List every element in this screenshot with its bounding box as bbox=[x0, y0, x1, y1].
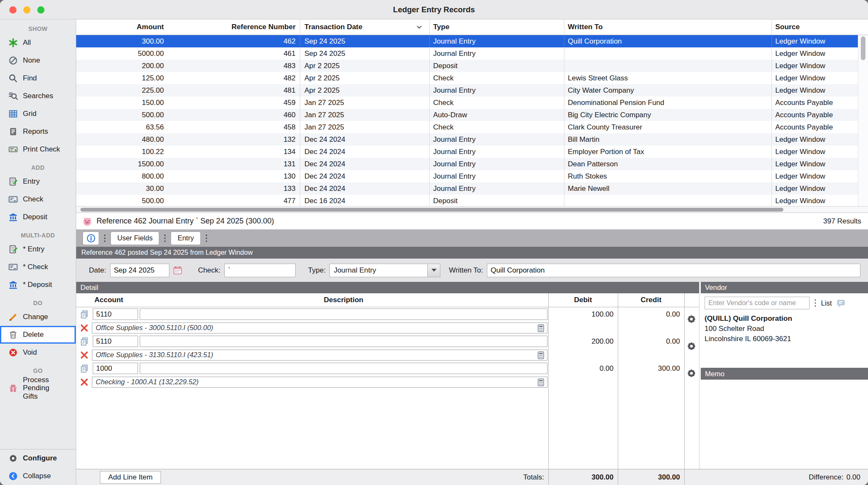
add-line-item-button[interactable]: Add Line Item bbox=[100, 471, 161, 484]
account-cell: 5110 bbox=[92, 336, 139, 347]
table-row[interactable]: 300.00462Sep 24 2025Journal EntryQuill C… bbox=[76, 35, 858, 47]
tab-menu-dots-icon[interactable] bbox=[163, 233, 167, 243]
debit-cell[interactable]: 100.00 bbox=[548, 310, 618, 319]
written-to-input[interactable] bbox=[487, 264, 860, 277]
tab-entry[interactable]: Entry bbox=[171, 232, 200, 245]
account-field[interactable]: 5110 bbox=[93, 309, 138, 320]
table-row[interactable]: 30.00133Dec 24 2024Journal EntryMarie Ne… bbox=[76, 182, 858, 195]
cell-source: Ledger Window bbox=[771, 47, 858, 60]
sidebar-item-void[interactable]: Void bbox=[0, 344, 76, 361]
delete-line-x-icon[interactable] bbox=[79, 350, 89, 360]
table-row[interactable]: 800.00130Dec 24 2024Journal EntryRuth St… bbox=[76, 170, 858, 182]
tab-menu-dots-icon[interactable] bbox=[205, 233, 208, 243]
search-icon bbox=[8, 73, 18, 83]
credit-cell[interactable]: 0.00 bbox=[618, 337, 684, 346]
close-window-button[interactable] bbox=[9, 6, 17, 14]
vendor-search-input[interactable] bbox=[705, 297, 810, 309]
type-dropdown[interactable]: Journal Entry bbox=[329, 264, 440, 277]
description-field[interactable] bbox=[140, 336, 547, 347]
description-field[interactable] bbox=[140, 309, 547, 320]
sidebar-item-change[interactable]: Change bbox=[0, 308, 76, 326]
table-row[interactable]: 225.00481Apr 2 2025Journal EntryCity Wat… bbox=[76, 84, 858, 96]
credit-cell[interactable]: 0.00 bbox=[618, 310, 684, 319]
line-settings-gear-icon[interactable] bbox=[686, 368, 697, 379]
calculator-icon[interactable] bbox=[536, 378, 546, 387]
tab-user-fields[interactable]: User Fields bbox=[111, 232, 159, 245]
sidebar-item-deposit[interactable]: Deposit bbox=[0, 208, 76, 226]
delete-line-x-icon[interactable] bbox=[79, 377, 89, 387]
table-row[interactable]: 150.00459Jan 27 2025CheckDenominational … bbox=[76, 96, 858, 109]
sidebar-item-none[interactable]: None bbox=[0, 52, 76, 69]
zoom-window-button[interactable] bbox=[37, 6, 44, 14]
sort-chevron-down-icon bbox=[415, 23, 423, 31]
column-header-written-to[interactable]: Written To bbox=[564, 19, 771, 35]
date-input[interactable] bbox=[110, 264, 169, 277]
grid-line-gear bbox=[684, 293, 685, 469]
sidebar-item-find[interactable]: Find bbox=[0, 69, 76, 87]
debit-cell[interactable]: 0.00 bbox=[548, 364, 618, 373]
account-field[interactable]: 1000 bbox=[93, 363, 138, 374]
sidebar-item-label: Process Pending Gifts bbox=[23, 376, 64, 401]
vertical-scrollbar-thumb[interactable] bbox=[861, 36, 865, 60]
table-row[interactable]: 100.22134Dec 24 2024Journal EntryEmploye… bbox=[76, 146, 858, 158]
delete-line-x-icon[interactable] bbox=[79, 323, 89, 333]
sidebar-item-grid[interactable]: Grid bbox=[0, 105, 76, 123]
cell-type: Journal Entry bbox=[429, 182, 564, 195]
vendor-list-button[interactable]: List bbox=[821, 299, 832, 307]
trash-icon bbox=[8, 330, 18, 340]
icon-cell bbox=[76, 350, 92, 360]
debit-cell[interactable]: 200.00 bbox=[548, 337, 618, 346]
sidebar-item-check[interactable]: Check bbox=[0, 190, 76, 208]
table-row[interactable]: 1500.00131Dec 24 2024Journal EntryDean P… bbox=[76, 158, 858, 170]
description-field[interactable] bbox=[140, 363, 547, 374]
minimize-window-button[interactable] bbox=[23, 6, 30, 14]
table-row[interactable]: 200.00483Apr 2 2025DepositLedger Window bbox=[76, 60, 858, 72]
description-cell bbox=[139, 336, 548, 347]
sidebar-item-all[interactable]: All bbox=[0, 34, 76, 52]
check-number-input[interactable] bbox=[224, 264, 296, 277]
calculator-icon[interactable] bbox=[536, 350, 546, 360]
sidebar-item-delete[interactable]: Delete bbox=[0, 326, 76, 344]
table-row[interactable]: 500.00477Dec 16 2024DepositLedger Window bbox=[76, 195, 858, 206]
column-header-reference-number[interactable]: Reference Number bbox=[170, 19, 300, 35]
line-settings-gear-icon[interactable] bbox=[686, 341, 697, 352]
sidebar-item-searches[interactable]: Searches bbox=[0, 87, 76, 105]
gear-icon bbox=[8, 453, 18, 463]
tab-menu-dots-icon[interactable] bbox=[103, 233, 107, 243]
column-header-source[interactable]: Source bbox=[771, 19, 858, 35]
copy-document-icon[interactable] bbox=[79, 364, 89, 374]
credit-cell[interactable]: 300.00 bbox=[618, 364, 684, 373]
sidebar-item-reports[interactable]: Reports bbox=[0, 123, 76, 141]
copy-document-icon[interactable] bbox=[79, 309, 89, 320]
sidebar-item-entry[interactable]: Entry bbox=[0, 173, 76, 190]
memo-area[interactable] bbox=[699, 380, 868, 469]
column-header-amount[interactable]: Amount bbox=[76, 19, 170, 35]
sidebar-item-print-check[interactable]: Print Check bbox=[0, 141, 76, 158]
vendor-list-chat-icon[interactable] bbox=[836, 298, 846, 308]
sidebar-item-multi-check[interactable]: * Check bbox=[0, 258, 76, 276]
sidebar-item-multi-entry[interactable]: * Entry bbox=[0, 240, 76, 258]
account-field[interactable]: 5110 bbox=[93, 336, 138, 347]
calendar-icon[interactable] bbox=[172, 265, 183, 276]
table-row[interactable]: 63.56458Jan 27 2025CheckClark County Tre… bbox=[76, 121, 858, 133]
vendor-menu-dots-icon[interactable] bbox=[813, 298, 817, 308]
sidebar-item-multi-deposit[interactable]: * Deposit bbox=[0, 276, 76, 294]
check-label: Check: bbox=[198, 266, 221, 275]
copy-document-icon[interactable] bbox=[79, 336, 89, 347]
table-row[interactable]: 480.00132Dec 24 2024Journal EntryBill Ma… bbox=[76, 133, 858, 146]
horizontal-scrollbar-thumb[interactable] bbox=[80, 208, 783, 212]
column-header-transaction-date[interactable]: Transaction Date bbox=[300, 19, 429, 35]
line-settings-gear-icon[interactable] bbox=[686, 314, 697, 325]
table-row[interactable]: 5000.00461Sep 24 2025Journal EntryLedger… bbox=[76, 47, 858, 60]
sidebar-item-process-pending-gifts[interactable]: Process Pending Gifts bbox=[0, 376, 76, 400]
table-row[interactable]: 500.00460Jan 27 2025Auto-DrawBig City El… bbox=[76, 109, 858, 121]
column-header-type[interactable]: Type bbox=[429, 19, 564, 35]
dropdown-arrow-button[interactable] bbox=[427, 264, 440, 277]
table-row[interactable]: 125.00482Apr 2 2025CheckLewis Street Gla… bbox=[76, 72, 858, 84]
sidebar-item-configure[interactable]: Configure bbox=[0, 449, 76, 467]
tab-info[interactable] bbox=[83, 232, 99, 245]
cell-date: Dec 24 2024 bbox=[300, 182, 429, 195]
calculator-icon[interactable] bbox=[536, 323, 546, 333]
cell-type: Journal Entry bbox=[429, 146, 564, 158]
sidebar-item-collapse[interactable]: Collapse bbox=[0, 467, 76, 485]
